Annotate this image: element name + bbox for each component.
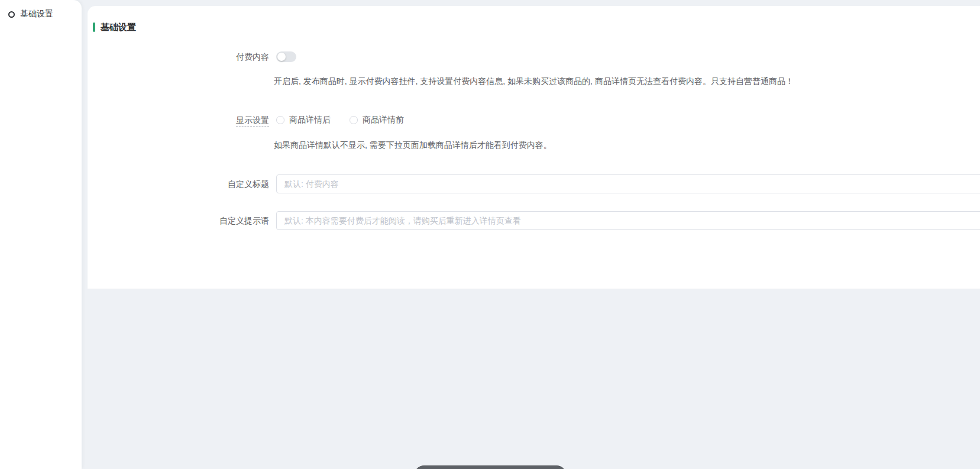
page-title: 基础设置 — [101, 21, 136, 33]
custom-prompt-input[interactable] — [276, 211, 980, 230]
paid-content-help: 开启后, 发布商品时, 显示付费内容挂件, 支持设置付费内容信息, 如果未购买过… — [274, 75, 980, 87]
custom-prompt-label: 自定义提示语 — [88, 215, 276, 227]
radio-icon — [276, 116, 284, 124]
radio-label: 商品详情后 — [289, 115, 331, 125]
custom-title-row: 自定义标题 — [88, 174, 980, 193]
panel-header: 基础设置 — [88, 6, 980, 33]
sidebar-item-label: 基础设置 — [20, 9, 53, 20]
toggle-knob — [277, 53, 286, 61]
save-button[interactable] — [414, 465, 567, 469]
radio-label: 商品详情前 — [363, 115, 404, 125]
paid-content-label: 付费内容 — [88, 51, 276, 63]
display-setting-help: 如果商品详情默认不显示, 需要下拉页面加载商品详情后才能看到付费内容。 — [274, 139, 980, 151]
display-setting-row: 显示设置 商品详情后 商品详情前 — [88, 114, 980, 126]
settings-page: { "page": { "background": "#eef1f5" }, "… — [0, 0, 980, 469]
custom-prompt-row: 自定义提示语 — [88, 211, 980, 230]
radio-option-after-detail[interactable]: 商品详情后 — [276, 115, 331, 125]
paid-content-toggle[interactable] — [276, 51, 296, 62]
accent-bar — [93, 22, 95, 32]
circle-icon — [8, 11, 15, 18]
sidebar: 基础设置 — [0, 0, 82, 469]
custom-title-input[interactable] — [276, 174, 980, 193]
settings-panel: 基础设置 付费内容 开启后, 发布商品时, 显示付费内容挂件, 支持设置付费内容… — [88, 6, 980, 289]
radio-option-before-detail[interactable]: 商品详情前 — [350, 115, 404, 125]
sidebar-item-basic-settings[interactable]: 基础设置 — [0, 0, 82, 28]
display-setting-label: 显示设置 — [88, 114, 276, 126]
radio-icon — [350, 116, 358, 124]
custom-title-label: 自定义标题 — [88, 178, 276, 190]
paid-content-row: 付费内容 — [88, 51, 980, 63]
